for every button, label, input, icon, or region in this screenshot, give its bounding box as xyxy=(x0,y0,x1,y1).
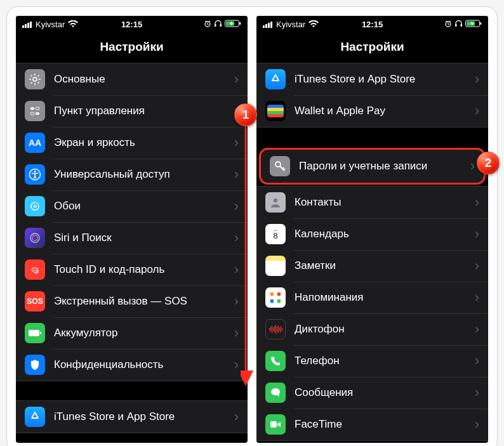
row-passwords[interactable]: Пароли и учетные записи › xyxy=(259,148,486,185)
settings-list-1: Основные › Пункт управления › AA Экран и… xyxy=(16,63,248,381)
messages-icon xyxy=(265,383,286,403)
row-label: Диктофон xyxy=(295,323,475,336)
row-label: iTunes Store и App Store xyxy=(295,73,475,86)
svg-rect-25 xyxy=(268,23,270,28)
chevron-right-icon: › xyxy=(475,103,479,119)
contacts-icon xyxy=(265,192,286,213)
chevron-right-icon: › xyxy=(475,321,479,338)
annotation-marker-2: 2 xyxy=(477,152,500,174)
row-accessibility[interactable]: Универсальный доступ › xyxy=(16,159,248,190)
row-privacy[interactable]: Конфиденциальность › xyxy=(16,349,248,381)
row-label: Wallet и Apple Pay xyxy=(295,105,475,117)
row-phone[interactable]: Телефон › xyxy=(256,345,488,377)
row-voice-memos[interactable]: Диктофон › xyxy=(256,313,488,345)
row-display[interactable]: AA Экран и яркость › xyxy=(16,127,248,159)
accessibility-icon xyxy=(25,164,45,185)
row-control-center[interactable]: Пункт управления › xyxy=(16,95,248,127)
row-itunes-1[interactable]: iTunes Store и App Store › xyxy=(16,401,248,433)
wifi-icon xyxy=(308,20,319,28)
row-label: Экран и яркость xyxy=(54,136,234,149)
chevron-right-icon: › xyxy=(234,166,239,183)
chevron-right-icon: › xyxy=(234,325,239,341)
svg-point-18 xyxy=(34,205,36,207)
row-label: Универсальный доступ xyxy=(54,168,234,181)
svg-rect-21 xyxy=(29,330,39,336)
row-itunes-2[interactable]: iTunes Store и App Store › xyxy=(256,63,488,95)
wallet-icon xyxy=(265,101,286,121)
row-label: Пароли и учетные записи xyxy=(299,160,470,173)
svg-rect-32 xyxy=(480,22,481,25)
svg-rect-3 xyxy=(30,22,32,28)
chevron-right-icon: › xyxy=(475,194,479,211)
settings-list-2a: iTunes Store и App Store › Wallet и Appl… xyxy=(256,63,488,128)
alarm-icon xyxy=(444,20,452,29)
row-label: Заметки xyxy=(295,259,475,272)
settings-list-1b: iTunes Store и App Store › xyxy=(16,400,248,433)
carrier-label: Kyivstar xyxy=(36,20,65,29)
svg-rect-9 xyxy=(239,22,241,25)
annotation-marker-1: 1 xyxy=(234,103,257,126)
svg-rect-14 xyxy=(36,112,39,115)
svg-rect-11 xyxy=(30,107,34,110)
row-general[interactable]: Основные › xyxy=(16,63,248,95)
calendar-icon: •••8 xyxy=(265,224,286,244)
battery-icon xyxy=(225,20,241,29)
svg-rect-13 xyxy=(30,112,34,115)
gear-icon xyxy=(25,69,45,89)
row-wallpaper[interactable]: Обои › xyxy=(16,190,248,222)
headphones-icon xyxy=(454,20,463,29)
left-phone: Kyivstar 12:15 Настройки Основные › Пун xyxy=(16,16,248,443)
svg-point-16 xyxy=(34,171,36,173)
svg-rect-1 xyxy=(25,24,27,28)
row-label: Телефон xyxy=(295,355,475,367)
chevron-right-icon: › xyxy=(475,353,479,369)
wallpaper-icon xyxy=(25,196,45,216)
svg-rect-5 xyxy=(215,24,216,27)
svg-point-20 xyxy=(32,235,37,240)
row-facetime[interactable]: FaceTime › xyxy=(256,409,488,440)
key-icon xyxy=(270,156,290,176)
row-label: Контакты xyxy=(295,196,475,209)
chevron-right-icon: › xyxy=(234,261,239,278)
chevron-right-icon: › xyxy=(475,226,479,242)
svg-rect-22 xyxy=(40,332,41,334)
row-calendar[interactable]: •••8 Календарь › xyxy=(256,218,488,250)
chevron-right-icon: › xyxy=(475,258,479,274)
status-bar: Kyivstar 12:15 xyxy=(16,16,248,32)
row-messages[interactable]: Сообщения › xyxy=(256,377,488,409)
row-label: Siri и Поиск xyxy=(54,232,234,244)
reminders-icon xyxy=(265,287,286,308)
svg-rect-26 xyxy=(270,22,272,28)
svg-rect-6 xyxy=(220,24,222,27)
clock-label: 12:15 xyxy=(121,20,142,29)
carrier-label: Kyivstar xyxy=(276,20,305,29)
chevron-right-icon: › xyxy=(234,230,239,246)
row-sos[interactable]: SOS Экстренный вызов — SOS › xyxy=(16,285,248,317)
right-phone: Kyivstar 12:15 Настройки iTunes Store и … xyxy=(256,16,488,443)
svg-rect-0 xyxy=(22,25,24,28)
tutorial-composite: Kyivstar 12:15 Настройки Основные › Пун xyxy=(6,6,498,446)
battery-row-icon xyxy=(25,323,45,343)
row-touchid[interactable]: Touch ID и код-пароль › xyxy=(16,254,248,285)
headphones-icon xyxy=(214,20,222,29)
row-label: Обои xyxy=(54,200,234,213)
row-battery[interactable]: Аккумулятор › xyxy=(16,317,248,349)
page-title: Настройки xyxy=(16,32,248,63)
row-contacts[interactable]: Контакты › xyxy=(256,187,488,218)
row-label: Конфиденциальность xyxy=(54,358,234,371)
phone-icon xyxy=(265,351,286,371)
chevron-right-icon: › xyxy=(234,198,239,214)
row-siri[interactable]: Siri и Поиск › xyxy=(16,222,248,254)
svg-rect-2 xyxy=(27,23,29,28)
row-notes[interactable]: Заметки › xyxy=(256,250,488,282)
chevron-right-icon: › xyxy=(475,416,479,433)
clock-label: 12:15 xyxy=(362,20,383,29)
page-title: Настройки xyxy=(256,32,488,63)
row-label: Календарь xyxy=(295,228,475,240)
svg-point-34 xyxy=(274,199,277,202)
svg-point-19 xyxy=(30,233,39,242)
row-wallet[interactable]: Wallet и Apple Pay › xyxy=(256,95,488,127)
row-reminders[interactable]: Напоминания › xyxy=(256,282,488,313)
row-label: Напоминания xyxy=(295,291,475,304)
svg-rect-12 xyxy=(36,107,39,110)
